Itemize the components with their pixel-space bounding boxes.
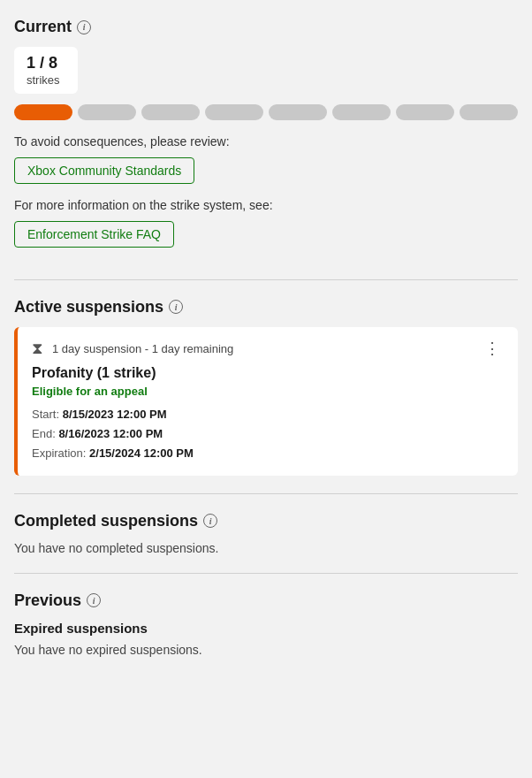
suspension-header: ⧗ 1 day suspension - 1 day remaining ⋮: [32, 339, 504, 358]
strikes-fraction: 1 / 8: [27, 54, 65, 73]
strike-segment-4: [205, 104, 263, 120]
active-suspensions-section: Active suspensions i ⧗ 1 day suspension …: [14, 298, 518, 476]
divider-2: [14, 493, 518, 494]
avoid-consequences-text: To avoid consequences, please review:: [14, 134, 518, 149]
completed-suspensions-title-text: Completed suspensions: [14, 512, 198, 530]
suspension-expiration: Expiration: 2/15/2024 12:00 PM: [32, 444, 504, 463]
current-section: Current i 1 / 8 strikes To avoid consequ…: [14, 18, 518, 262]
strikes-bar: [14, 104, 518, 120]
expired-suspensions-subtitle: Expired suspensions: [14, 621, 518, 636]
community-standards-link[interactable]: Xbox Community Standards: [14, 157, 194, 184]
strike-segment-6: [332, 104, 391, 120]
no-expired-suspensions-text: You have no expired suspensions.: [14, 643, 518, 657]
previous-title: Previous i: [14, 591, 518, 610]
strike-segment-7: [396, 104, 454, 120]
divider-1: [14, 279, 518, 280]
completed-suspensions-section: Completed suspensions i You have no comp…: [14, 512, 518, 555]
faq-link[interactable]: Enforcement Strike FAQ: [14, 221, 174, 248]
suspension-start: Start: 8/15/2023 12:00 PM: [32, 405, 504, 424]
strikes-label: strikes: [27, 73, 65, 87]
suspension-duration: 1 day suspension - 1 day remaining: [52, 342, 233, 355]
strike-segment-2: [78, 104, 136, 120]
more-options-button[interactable]: ⋮: [481, 340, 504, 356]
strike-segment-3: [141, 104, 200, 120]
appeal-text: Eligible for an appeal: [32, 385, 504, 398]
previous-section: Previous i Expired suspensions You have …: [14, 591, 518, 657]
completed-suspensions-info-icon[interactable]: i: [203, 514, 217, 528]
strike-segment-5: [269, 104, 327, 120]
suspension-card: ⧗ 1 day suspension - 1 day remaining ⋮ P…: [14, 327, 518, 476]
divider-3: [14, 573, 518, 574]
suspension-dates: Start: 8/15/2023 12:00 PM End: 8/16/2023…: [32, 405, 504, 463]
more-info-text: For more information on the strike syste…: [14, 198, 518, 212]
hourglass-icon: ⧗: [32, 339, 43, 358]
suspension-end: End: 8/16/2023 12:00 PM: [32, 424, 504, 444]
current-info-icon[interactable]: i: [77, 20, 91, 34]
no-completed-suspensions-text: You have no completed suspensions.: [14, 541, 518, 555]
current-title-text: Current: [14, 18, 72, 36]
suspension-header-left: ⧗ 1 day suspension - 1 day remaining: [32, 339, 233, 358]
strike-segment-1: [14, 104, 72, 120]
active-suspensions-title-text: Active suspensions: [14, 298, 163, 317]
completed-suspensions-title: Completed suspensions i: [14, 512, 518, 530]
current-title: Current i: [14, 18, 518, 36]
active-suspensions-title: Active suspensions i: [14, 298, 518, 317]
active-suspensions-info-icon[interactable]: i: [169, 300, 183, 314]
suspension-title: Profanity (1 strike): [32, 365, 504, 381]
strikes-box: 1 / 8 strikes: [14, 47, 78, 94]
previous-title-text: Previous: [14, 591, 81, 610]
previous-info-icon[interactable]: i: [87, 593, 101, 607]
strike-segment-8: [460, 104, 518, 120]
